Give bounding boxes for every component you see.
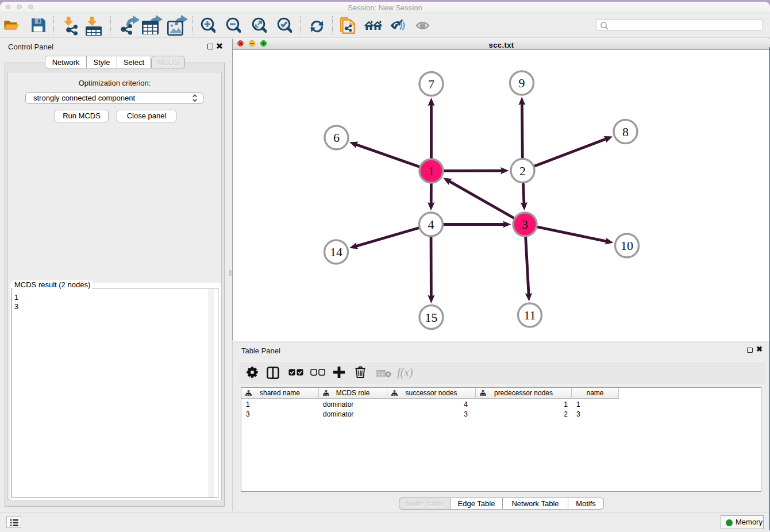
svg-text:15: 15 bbox=[425, 310, 438, 325]
svg-text:14: 14 bbox=[330, 245, 342, 259]
svg-text:9: 9 bbox=[519, 76, 525, 90]
svg-text:1: 1 bbox=[428, 164, 434, 178]
svg-text:11: 11 bbox=[523, 308, 536, 322]
svg-text:7: 7 bbox=[428, 77, 434, 91]
svg-text:6: 6 bbox=[333, 130, 340, 145]
svg-text:10: 10 bbox=[621, 238, 633, 253]
svg-text:3: 3 bbox=[522, 217, 528, 232]
svg-text:4: 4 bbox=[428, 217, 434, 232]
svg-text:2: 2 bbox=[519, 164, 526, 178]
svg-text:8: 8 bbox=[622, 125, 629, 139]
